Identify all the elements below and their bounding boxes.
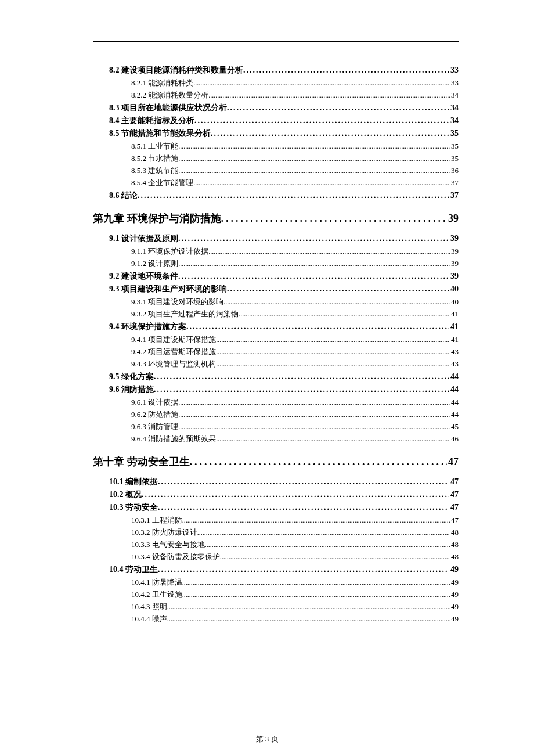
toc-entry[interactable]: 8.5.2 节水措施..............................… [93, 153, 459, 164]
toc-entry[interactable]: 9.6 消防措施................................… [93, 384, 459, 395]
toc-leader: ........................................… [167, 615, 450, 624]
toc-page: 47 [449, 477, 459, 487]
toc-entry[interactable]: 8.5 节能措施和节能效果分析.........................… [93, 128, 459, 139]
toc-entry[interactable]: 第九章 环境保护与消防措施...........................… [93, 211, 459, 225]
toc-entry[interactable]: 10.3.2 防火防爆设计...........................… [93, 527, 459, 538]
toc-leader: ........................................… [208, 91, 450, 100]
toc-page: 44 [449, 385, 459, 394]
toc-page: 48 [450, 540, 459, 549]
toc-page: 40 [450, 297, 459, 307]
toc-entry[interactable]: 9.4.2 项目运营期环保措施.........................… [93, 347, 459, 357]
toc-page: 44 [449, 372, 459, 381]
toc-title: 第九章 环境保护与消防措施 [93, 211, 221, 225]
toc-entry[interactable]: 9.5 绿化方案................................… [93, 372, 459, 382]
toc-entry[interactable]: 9.1.2 设计原则..............................… [93, 258, 459, 269]
toc-leader: ........................................… [216, 360, 450, 369]
toc-leader: ........................................… [178, 272, 449, 281]
toc-entry[interactable]: 8.5.4 企业节能管理............................… [93, 178, 459, 188]
toc-title: 10.4 劳动卫生 [109, 564, 158, 575]
toc-leader: ........................................… [220, 553, 450, 561]
toc-entry[interactable]: 9.3 项目建设和生产对环境的影响.......................… [93, 284, 459, 294]
toc-entry[interactable]: 8.3 项目所在地能源供应状况分析.......................… [93, 103, 459, 113]
toc-leader: ........................................… [142, 490, 449, 499]
toc-entry[interactable]: 10.4 劳动卫生...............................… [93, 564, 459, 575]
toc-entry[interactable]: 9.6.4 消防措施的预期效果.........................… [93, 434, 459, 444]
toc-leader: ........................................… [243, 66, 449, 75]
toc-entry[interactable]: 9.4.3 环境管理与监测机构.........................… [93, 359, 459, 369]
toc-title: 10.3.3 电气安全与接地 [131, 539, 205, 550]
toc-title: 9.1.2 设计原则 [131, 258, 178, 269]
toc-entry[interactable]: 8.5.3 建筑节能..............................… [93, 165, 459, 176]
toc-entry[interactable]: 9.3.1 项目建设对环境的影响........................… [93, 297, 459, 307]
toc-leader: ........................................… [182, 578, 450, 587]
toc-leader: ........................................… [221, 213, 448, 225]
toc-title: 8.5 节能措施和节能效果分析 [109, 128, 211, 139]
toc-entry[interactable]: 8.2.2 能源消耗数量分析..........................… [93, 90, 459, 100]
toc-title: 10.3 劳动安全 [109, 502, 158, 513]
toc-title: 8.5.3 建筑节能 [131, 165, 178, 176]
toc-entry[interactable]: 9.6.2 防范措施..............................… [93, 409, 459, 420]
toc-leader: ........................................… [216, 435, 450, 444]
toc-title: 9.6.3 消防管理 [131, 422, 178, 432]
toc-entry[interactable]: 10.4.1 防暑降温.............................… [93, 577, 459, 588]
page-footer: 第 3 页 [0, 734, 534, 744]
toc-page: 47 [449, 503, 459, 512]
toc-entry[interactable]: 9.1.1 环境保护设计依据..........................… [93, 246, 459, 257]
toc-entry[interactable]: 10.3.4 设备防雷及接零保护........................… [93, 552, 459, 562]
toc-leader: ........................................… [208, 247, 450, 256]
toc-entry[interactable]: 8.2 建设项目能源消耗种类和数量分析.....................… [93, 65, 459, 75]
toc-leader: ........................................… [194, 116, 449, 125]
toc-leader: ........................................… [186, 322, 449, 332]
toc-page: 49 [450, 602, 459, 611]
toc-leader: ........................................… [190, 456, 448, 468]
toc-title: 8.5.4 企业节能管理 [131, 178, 193, 188]
toc-title: 9.6 消防措施 [109, 384, 154, 395]
toc-entry[interactable]: 9.6.3 消防管理..............................… [93, 422, 459, 432]
toc-title: 9.4.2 项目运营期环保措施 [131, 347, 216, 357]
toc-entry[interactable]: 9.2 建设地环境条件.............................… [93, 271, 459, 282]
toc-title: 9.4 环境保护措施方案 [109, 322, 186, 332]
toc-title: 9.3.1 项目建设对环境的影响 [131, 297, 223, 307]
toc-entry[interactable]: 10.4.4 噪声...............................… [93, 614, 459, 624]
toc-title: 第十章 劳动安全卫生 [93, 455, 190, 469]
toc-page: 41 [450, 309, 459, 319]
toc-leader: ........................................… [158, 565, 449, 574]
toc-title: 10.2 概况 [109, 489, 142, 500]
toc-title: 8.3 项目所在地能源供应状况分析 [109, 103, 227, 113]
toc-page: 39 [449, 272, 459, 281]
toc-leader: ........................................… [178, 234, 449, 243]
toc-leader: ........................................… [154, 372, 449, 381]
toc-entry[interactable]: 8.2.1 能源消耗种类............................… [93, 78, 459, 88]
toc-title: 8.2.2 能源消耗数量分析 [131, 90, 208, 100]
toc-entry[interactable]: 8.4 主要能耗指标及分析...........................… [93, 116, 459, 126]
toc-entry[interactable]: 第十章 劳动安全卫生..............................… [93, 455, 459, 469]
toc-title: 10.3.1 工程消防 [131, 515, 182, 525]
toc-entry[interactable]: 9.4.1 项目建设期环保措施.........................… [93, 334, 459, 345]
toc-entry[interactable]: 10.1 编制依据...............................… [93, 477, 459, 487]
toc-entry[interactable]: 9.1 设计依据及原则.............................… [93, 233, 459, 244]
toc-title: 10.4.3 照明 [131, 602, 167, 612]
toc-entry[interactable]: 9.6.1 设计依据..............................… [93, 397, 459, 408]
toc-entry[interactable]: 10.4.3 照明...............................… [93, 602, 459, 612]
toc-title: 9.1 设计依据及原则 [109, 233, 178, 244]
toc-entry[interactable]: 8.6 结论..................................… [93, 190, 459, 201]
toc-title: 8.6 结论 [109, 190, 138, 201]
toc-entry[interactable]: 10.3 劳动安全...............................… [93, 502, 459, 513]
toc-title: 9.6.2 防范措施 [131, 409, 178, 420]
toc-leader: ........................................… [216, 348, 450, 357]
toc-title: 8.2.1 能源消耗种类 [131, 78, 193, 88]
toc-page: 49 [450, 578, 459, 587]
toc-leader: ........................................… [197, 528, 450, 537]
toc-leader: ........................................… [223, 298, 450, 307]
toc-entry[interactable]: 10.3.3 电气安全与接地..........................… [93, 539, 459, 550]
toc-entry[interactable]: 8.5.1 工业节能..............................… [93, 141, 459, 152]
toc-entry[interactable]: 10.4.2 卫生设施.............................… [93, 589, 459, 600]
toc-entry[interactable]: 9.4 环境保护措施方案............................… [93, 322, 459, 332]
toc-leader: ........................................… [227, 103, 449, 113]
toc-page: 36 [450, 166, 459, 175]
toc-entry[interactable]: 10.2 概况.................................… [93, 489, 459, 500]
toc-entry[interactable]: 10.3.1 工程消防.............................… [93, 515, 459, 525]
toc-entry[interactable]: 9.3.2 项目生产过程产生的污染物......................… [93, 309, 459, 319]
toc-title: 8.2 建设项目能源消耗种类和数量分析 [109, 65, 243, 75]
toc-leader: ........................................… [178, 154, 450, 163]
